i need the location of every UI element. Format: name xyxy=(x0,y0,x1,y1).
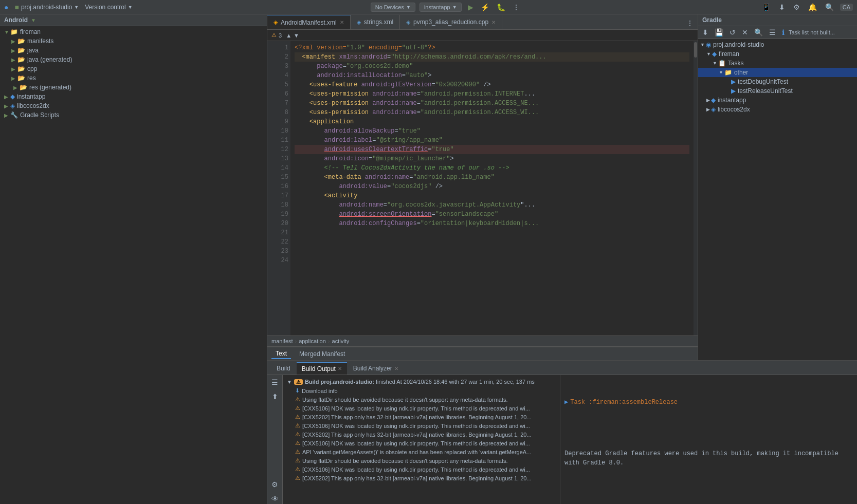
strings-file-icon: ◈ xyxy=(357,19,361,26)
tree-item-res[interactable]: ▶ 📂 res xyxy=(0,73,267,83)
build-header[interactable]: ▼ ⚠ Build proj.android-studio: finished … xyxy=(285,377,558,386)
download-info-text: Download info xyxy=(302,388,556,394)
gradle-item-testrelease[interactable]: ▶ testReleaseUnitTest xyxy=(698,86,857,96)
java-gen-folder-icon: 📂 xyxy=(17,56,25,63)
device-selector[interactable]: No Devices ▼ xyxy=(371,3,415,12)
build-item-flatdir-2[interactable]: ⚠ Using flatDir should be avoided becaus… xyxy=(285,456,558,465)
tree-item-gradle-scripts[interactable]: ▶ 🔧 Gradle Scripts xyxy=(0,110,267,120)
profile-button[interactable]: ⚡ xyxy=(479,2,491,12)
warning-badge: ⚠ xyxy=(294,379,303,385)
eye-icon[interactable]: 👁 xyxy=(270,494,280,504)
build-item-flatdir[interactable]: ⚠ Using flatDir should be avoided becaus… xyxy=(285,395,558,404)
more-tabs-button[interactable]: ⋮ xyxy=(682,17,698,29)
gradle-filter-icon[interactable]: ☰ xyxy=(767,27,778,38)
code-content[interactable]: <?xml version="1.0" encoding="utf-8"?> <… xyxy=(290,41,694,335)
bottom-content: ☰ ⬆ ⚙ 👁 ▼ ⚠ Build proj.android-studio: f… xyxy=(267,375,857,504)
tab-build[interactable]: Build xyxy=(271,362,296,375)
line-numbers: 12345 678910 1112131415 1617181920 21222… xyxy=(267,41,290,335)
gradle-item-fireman[interactable]: ▼ ◆ fireman xyxy=(698,49,857,59)
breadcrumb-manifest[interactable]: manifest xyxy=(271,338,293,344)
run-button[interactable]: ▶ xyxy=(466,2,476,12)
more-button[interactable]: ⋮ xyxy=(510,2,522,12)
gradle-item-testdebug[interactable]: ▶ testDebugUnitTest xyxy=(698,77,857,86)
vcs-menu[interactable]: Version control ▼ xyxy=(85,4,132,11)
gear-icon[interactable]: ⚙ xyxy=(270,479,279,490)
tab-merged-manifest[interactable]: Merged Manifest xyxy=(295,349,349,359)
build-item-cxx5202-1[interactable]: ⚠ [CXX5202] This app only has 32-bit [ar… xyxy=(285,413,558,421)
gradle-info-icon[interactable]: ℹ xyxy=(780,27,787,38)
app-selector[interactable]: instantapp ▼ xyxy=(420,3,462,12)
tree-arrow-cpp: ▶ xyxy=(11,66,16,72)
build-output-panel[interactable]: ▶ Task :fireman:assembleRelease Deprecat… xyxy=(560,375,857,504)
breadcrumb-application[interactable]: application xyxy=(299,338,326,344)
warn-icon-5: ⚠ xyxy=(295,431,300,438)
gradle-item-libcocos[interactable]: ▶ ◈ libcocos2dx xyxy=(698,105,857,114)
build-item-cxx5202-2[interactable]: ⚠ [CXX5202] This app only has 32-bit [ar… xyxy=(285,430,558,439)
tree-item-cpp[interactable]: ▶ 📂 cpp xyxy=(0,64,267,73)
tree-item-manifests[interactable]: ▶ 📂 manifests xyxy=(0,36,267,46)
breadcrumb-sep-2: › xyxy=(328,338,330,344)
build-item-download[interactable]: ⬇ Download info xyxy=(285,386,558,395)
gradle-search-icon[interactable]: 🔍 xyxy=(752,27,765,38)
sdk-manager-icon[interactable]: ⬇ xyxy=(777,2,787,12)
tab-strings[interactable]: ◈ strings.xml xyxy=(351,15,400,29)
build-item-cxx5106-2[interactable]: ⚠ [CXX5106] NDK was located by using ndk… xyxy=(285,421,558,430)
tab-androidmanifest[interactable]: ◈ AndroidManifest.xml ✕ xyxy=(267,15,351,29)
gradle-item-proj[interactable]: ▼ ◉ proj.android-studio xyxy=(698,40,857,49)
top-bar: ● ■ proj.android-studio ▼ Version contro… xyxy=(0,0,857,14)
search-icon[interactable]: 🔍 xyxy=(823,2,836,12)
gradle-item-other[interactable]: ▼ 📁 other xyxy=(698,68,857,77)
tree-item-res-generated[interactable]: ▶ 📂 res (generated) xyxy=(0,83,267,92)
bottom-tabs: Build Build Output ✕ Build Analyzer ✕ xyxy=(267,361,857,375)
gradle-item-instantapp[interactable]: ▶ ◆ instantapp xyxy=(698,96,857,105)
warn-icon-9: ⚠ xyxy=(295,466,300,473)
collapse-all-icon[interactable]: ⬆ xyxy=(271,391,279,402)
code-line-17: <!-- Tell Cocos2dxActivity the name of o… xyxy=(295,163,689,173)
code-line-16: android:icon="@mipmap/ic_launcher"> xyxy=(295,154,689,163)
build-item-cxx5202-3[interactable]: ⚠ [CXX5202] This app only has 32-bit [ar… xyxy=(285,474,558,482)
build-item-cxx5106-1[interactable]: ⚠ [CXX5106] NDK was located by using ndk… xyxy=(285,404,558,413)
download-icon: ⬇ xyxy=(295,387,300,394)
project-selector[interactable]: ■ proj.android-studio ▼ xyxy=(14,3,79,11)
cpp-folder-icon: 📂 xyxy=(17,65,25,72)
code-line-4: android:installLocation="auto"> xyxy=(295,71,689,80)
tree-item-libcocos[interactable]: ▶ ◈ libcocos2dx xyxy=(0,101,267,110)
breadcrumb-activity[interactable]: activity xyxy=(332,338,350,344)
tree-item-instantapp[interactable]: ▶ ◆ instantapp xyxy=(0,92,267,101)
notifications-icon[interactable]: 🔔 xyxy=(806,2,819,12)
tab-pvmp3[interactable]: ◈ pvmp3_alias_reduction.cpp ✕ xyxy=(400,15,502,29)
device-manager-icon[interactable]: 📱 xyxy=(760,2,773,12)
warn-text-9: [CXX5106] NDK was located by using ndk.d… xyxy=(302,466,556,473)
tab-build-output[interactable]: Build Output ✕ xyxy=(297,362,347,375)
tree-item-fireman[interactable]: ▼ 📁 fireman xyxy=(0,27,267,36)
error-nav-up[interactable]: ▲ xyxy=(286,32,291,39)
tree-item-java[interactable]: ▶ 📂 java xyxy=(0,46,267,55)
debug-button[interactable]: 🐛 xyxy=(495,2,507,12)
close-androidmanifest-tab[interactable]: ✕ xyxy=(340,20,344,25)
tree-item-java-generated[interactable]: ▶ 📂 java (generated) xyxy=(0,55,267,64)
close-pvmp3-tab[interactable]: ✕ xyxy=(491,20,496,25)
sidebar-title: Android xyxy=(4,16,28,24)
error-nav-down[interactable]: ▼ xyxy=(294,32,299,39)
code-line-15: android:usesCleartextTraffic="true" xyxy=(295,145,689,154)
tree-arrow-java: ▶ xyxy=(11,48,16,53)
close-build-analyzer-tab[interactable]: ✕ xyxy=(394,366,398,371)
build-item-cxx5106-4[interactable]: ⚠ [CXX5106] NDK was located by using ndk… xyxy=(285,465,558,474)
filter-icon[interactable]: ☰ xyxy=(270,377,279,387)
tab-text[interactable]: Text xyxy=(271,349,291,359)
gradle-testrelease-icon: ▶ xyxy=(731,87,736,95)
error-count-badge: 3 xyxy=(279,32,282,39)
gradle-sync-icon[interactable]: ⬇ xyxy=(700,27,710,38)
gradle-cancel-icon[interactable]: ✕ xyxy=(740,27,750,38)
gradle-refresh-icon[interactable]: ↺ xyxy=(727,27,738,38)
gradle-header: Gradle xyxy=(698,14,857,26)
sidebar-dropdown-icon[interactable]: ▼ xyxy=(31,17,36,23)
warn-icon-1: ⚠ xyxy=(295,396,300,403)
tab-build-analyzer[interactable]: Build Analyzer ✕ xyxy=(348,362,404,375)
close-build-output-tab[interactable]: ✕ xyxy=(338,366,342,371)
build-item-cxx5106-3[interactable]: ⚠ [CXX5106] NDK was located by using ndk… xyxy=(285,439,558,447)
build-item-mergeA[interactable]: ⚠ API 'variant.getMergeAssets()' is obso… xyxy=(285,447,558,456)
gradle-item-tasks[interactable]: ▼ 📋 Tasks xyxy=(698,59,857,68)
settings-icon[interactable]: ⚙ xyxy=(791,2,802,12)
gradle-save-icon[interactable]: 💾 xyxy=(713,27,725,38)
